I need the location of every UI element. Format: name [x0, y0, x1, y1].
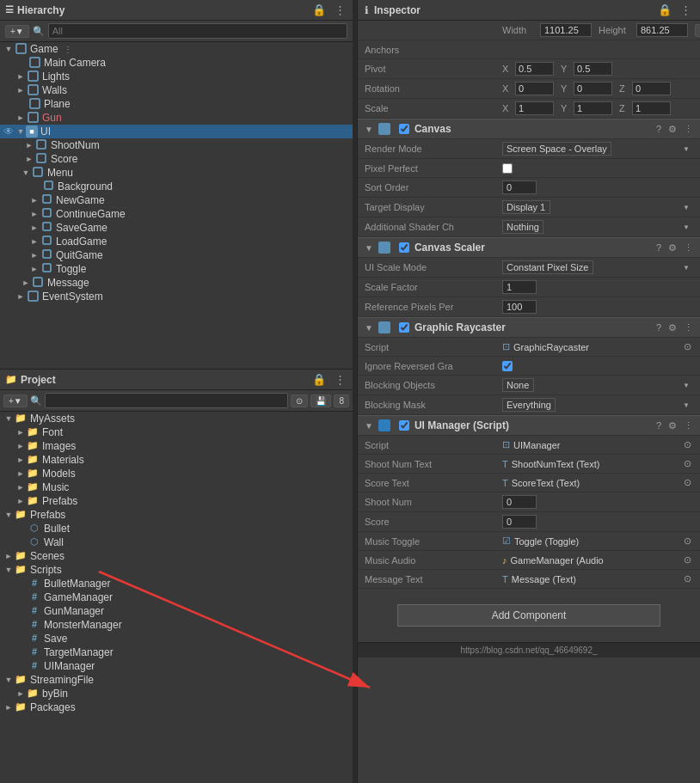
tree-item-gun[interactable]: ► Gun — [0, 111, 353, 125]
tree-item-continuegame[interactable]: ► ContinueGame — [0, 207, 353, 221]
hierarchy-lock-btn[interactable]: 🔒 — [310, 3, 328, 16]
rect-btn1[interactable]: ⊞ — [695, 24, 700, 37]
pixel-perfect-row: Pixel Perfect — [358, 159, 700, 178]
width-input[interactable] — [540, 23, 592, 37]
svg-rect-0 — [16, 44, 26, 53]
score-text-ref-btn[interactable]: ⊙ — [681, 477, 693, 489]
music-audio-ref-btn[interactable]: ⊙ — [681, 554, 693, 566]
project-item-gunmanager[interactable]: # GunManager — [0, 604, 353, 618]
project-item-bullet[interactable]: ⬡ Bullet — [0, 522, 353, 535]
project-item-streamingfile[interactable]: ▼ 📁 StreamingFile — [0, 673, 353, 687]
project-item-scripts[interactable]: ▼ 📁 Scripts — [0, 563, 353, 577]
project-item-gamemanager[interactable]: # GameManager — [0, 590, 353, 604]
tree-item-loadgame[interactable]: ► LoadGame — [0, 235, 353, 248]
ignore-reversed-checkbox[interactable] — [502, 361, 513, 371]
rot-x-input[interactable] — [515, 82, 554, 95]
svg-rect-15 — [43, 264, 51, 272]
tree-item-game[interactable]: ▼ Game ⋮ — [0, 42, 353, 56]
canvas-scaler-enabled-checkbox[interactable] — [399, 242, 409, 253]
pivot-y-input[interactable] — [574, 62, 612, 76]
render-mode-select[interactable]: Screen Space - Overlay — [502, 142, 611, 156]
tree-item-toggle[interactable]: ► Toggle — [0, 262, 353, 276]
shoot-num-text-ref-btn[interactable]: ⊙ — [681, 458, 693, 470]
additional-shader-select[interactable]: Nothing — [502, 220, 543, 234]
pivot-x-input[interactable] — [515, 62, 554, 76]
project-item-font[interactable]: ► 📁 Font — [0, 425, 353, 439]
tree-item-plane[interactable]: Plane — [0, 97, 353, 111]
hierarchy-add-btn[interactable]: +▼ — [5, 25, 29, 38]
pixel-perfect-checkbox[interactable] — [502, 163, 513, 174]
canvas-enabled-checkbox[interactable] — [399, 124, 409, 134]
tree-item-message[interactable]: ► Message — [0, 276, 353, 290]
project-lock-btn[interactable]: 🔒 — [310, 373, 328, 386]
rot-z-input[interactable] — [632, 82, 671, 95]
ref-pixels-row: Reference Pixels Per — [358, 297, 700, 317]
project-add-btn[interactable]: +▼ — [3, 395, 28, 407]
score-input[interactable] — [502, 515, 537, 529]
project-item-scenes[interactable]: ► 📁 Scenes — [0, 549, 353, 563]
target-display-select[interactable]: Display 1 — [502, 200, 550, 214]
canvas-section-header[interactable]: ▼ Canvas ? ⚙ ⋮ — [358, 119, 700, 139]
shoot-num-input[interactable] — [502, 495, 537, 509]
project-item-prefabs-top[interactable]: ▼ 📁 Prefabs — [0, 508, 353, 522]
scale-z-input[interactable] — [632, 101, 671, 115]
graphic-raycaster-section-header[interactable]: ▼ Graphic Raycaster ? ⚙ ⋮ — [358, 317, 700, 338]
project-item-images[interactable]: ► 📁 Images — [0, 439, 353, 453]
ui-manager-section-header[interactable]: ▼ UI Manager (Script) ? ⚙ ⋮ — [358, 415, 700, 436]
sort-order-input[interactable] — [502, 180, 537, 194]
gr-script-ref-btn[interactable]: ⊙ — [681, 341, 693, 353]
project-num-btn[interactable]: 8 — [334, 395, 349, 407]
ref-pixels-input[interactable] — [502, 300, 537, 314]
project-item-models[interactable]: ► 📁 Models — [0, 467, 353, 480]
tree-item-lights[interactable]: ► Lights — [0, 70, 353, 83]
project-item-monstermanager[interactable]: # MonsterManager — [0, 618, 353, 632]
music-toggle-ref-btn[interactable]: ⊙ — [681, 535, 693, 547]
uim-script-ref-btn[interactable]: ⊙ — [681, 439, 693, 451]
graphic-raycaster-enabled-checkbox[interactable] — [399, 322, 409, 333]
hierarchy-search-input[interactable] — [48, 23, 347, 39]
project-item-materials[interactable]: ► 📁 Materials — [0, 453, 353, 467]
tree-item-main-camera[interactable]: Main Camera — [0, 56, 353, 70]
project-filter-btn[interactable]: ⊙ — [291, 395, 308, 407]
tree-item-menu[interactable]: ▼ Menu — [0, 166, 353, 180]
tree-item-quitgame[interactable]: ► QuitGame — [0, 248, 353, 262]
tree-item-eventsystem[interactable]: ► EventSystem — [0, 290, 353, 303]
tree-item-savegame[interactable]: ► SaveGame — [0, 221, 353, 235]
tree-item-background[interactable]: Background — [0, 180, 353, 193]
tree-item-ui[interactable]: 👁 ▼ ■ UI — [0, 125, 353, 138]
project-item-music[interactable]: ► 📁 Music — [0, 480, 353, 494]
inspector-lock-btn[interactable]: 🔒 — [656, 3, 673, 16]
tree-item-walls[interactable]: ► Walls — [0, 83, 353, 97]
project-item-packages[interactable]: ► 📁 Packages — [0, 700, 353, 714]
ui-manager-enabled-checkbox[interactable] — [399, 420, 409, 431]
project-item-bybin[interactable]: ► 📁 byBin — [0, 687, 353, 700]
tree-item-newgame[interactable]: ► NewGame — [0, 193, 353, 207]
rot-y-input[interactable] — [574, 82, 612, 95]
project-menu-btn[interactable]: ⋮ — [333, 373, 347, 386]
project-save-btn[interactable]: 💾 — [310, 395, 331, 407]
game-menu-btn[interactable]: ⋮ — [62, 45, 74, 54]
inspector-menu-btn[interactable]: ⋮ — [679, 3, 693, 16]
blocking-mask-select[interactable]: Everything — [502, 398, 556, 412]
scale-factor-input[interactable] — [502, 280, 537, 294]
tree-item-shootnum[interactable]: ► ShootNum — [0, 138, 353, 152]
project-item-uimanager[interactable]: # UIManager — [0, 659, 353, 673]
project-item-myassets[interactable]: ▼ 📁 MyAssets — [0, 412, 353, 425]
add-component-button[interactable]: Add Component — [397, 604, 660, 627]
hierarchy-menu-btn[interactable]: ⋮ — [333, 3, 347, 16]
project-item-prefabs-sub[interactable]: ► 📁 Prefabs — [0, 494, 353, 508]
project-item-targetmanager[interactable]: # TargetManager — [0, 645, 353, 659]
project-item-wall[interactable]: ⬡ Wall — [0, 535, 353, 549]
tree-item-score[interactable]: ► Score — [0, 152, 353, 166]
height-input[interactable] — [636, 23, 688, 37]
scale-y-input[interactable] — [574, 101, 612, 115]
canvas-scaler-help-icon: ? — [656, 242, 661, 253]
message-text-ref-btn[interactable]: ⊙ — [681, 573, 693, 585]
project-search-input[interactable] — [45, 393, 289, 408]
ui-scale-mode-select[interactable]: Constant Pixel Size — [502, 260, 593, 274]
canvas-scaler-section-header[interactable]: ▼ Canvas Scaler ? ⚙ ⋮ — [358, 237, 700, 258]
blocking-objects-select[interactable]: None — [502, 378, 534, 392]
project-item-save[interactable]: # Save — [0, 632, 353, 645]
project-item-bulletmanager[interactable]: # BulletManager — [0, 577, 353, 590]
scale-x-input[interactable] — [515, 101, 554, 115]
